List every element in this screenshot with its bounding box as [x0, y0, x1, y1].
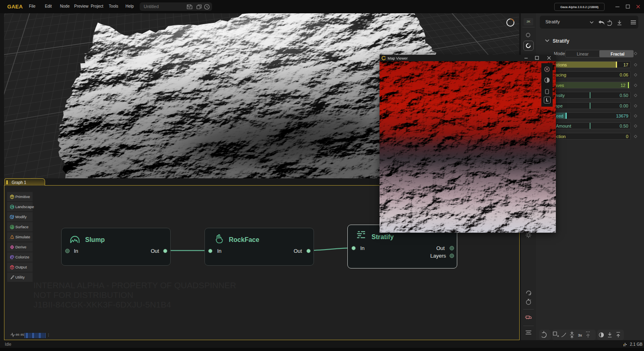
svg-text:3x: 3x — [578, 333, 582, 337]
